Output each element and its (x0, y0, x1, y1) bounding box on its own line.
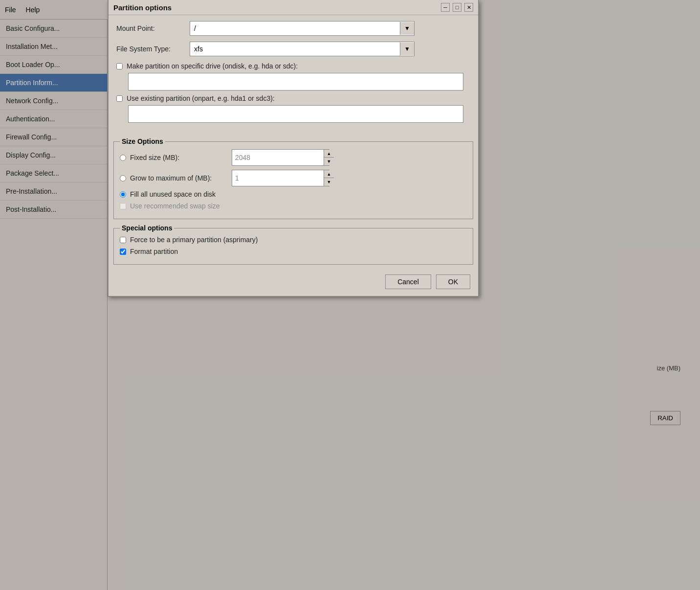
filesystem-type-input[interactable] (190, 42, 400, 56)
filesystem-type-select-wrap: ▼ (190, 42, 415, 56)
swap-size-row: Use recommended swap size (120, 202, 467, 210)
swap-size-label: Use recommended swap size (130, 202, 220, 210)
asprimary-label: Force to be a primary partition (asprima… (130, 236, 258, 244)
close-button[interactable]: ✕ (464, 3, 473, 12)
mount-point-row: Mount Point: ▼ (116, 21, 470, 36)
fixed-size-spin-down[interactable]: ▼ (324, 158, 334, 165)
ok-button[interactable]: OK (436, 274, 470, 289)
special-options-legend: Special options (120, 224, 174, 232)
specific-drive-input[interactable] (128, 73, 463, 91)
existing-partition-checkbox[interactable] (116, 95, 123, 102)
asprimary-row: Force to be a primary partition (asprima… (120, 236, 467, 244)
mount-point-input[interactable] (190, 22, 400, 35)
maximize-button[interactable]: □ (453, 3, 461, 12)
size-options-fieldset: Size Options Fixed size (MB): ▲ ▼ Grow t… (113, 137, 473, 219)
size-options-legend: Size Options (120, 137, 165, 145)
existing-partition-input[interactable] (128, 105, 463, 123)
mount-point-select-wrap: ▼ (190, 21, 415, 36)
grow-max-row: Grow to maximum of (MB): ▲ ▼ (120, 170, 467, 186)
grow-max-label: Grow to maximum of (MB): (130, 174, 228, 182)
minimize-button[interactable]: ─ (441, 3, 450, 12)
mount-point-label: Mount Point: (116, 24, 185, 32)
existing-partition-row: Use existing partition (onpart, e.g. hda… (116, 94, 470, 102)
specific-drive-checkbox[interactable] (116, 63, 123, 69)
grow-max-spin-buttons: ▲ ▼ (324, 170, 334, 186)
fixed-size-input[interactable] (232, 152, 324, 163)
partition-options-dialog: Partition options ─ □ ✕ Mount Point: ▼ F… (108, 0, 479, 297)
dialog-footer: Cancel OK (109, 270, 478, 296)
specific-drive-row: Make partition on specific drive (ondisk… (116, 62, 470, 70)
format-partition-row: Format partition (120, 248, 467, 255)
fill-unused-label: Fill all unused space on disk (130, 190, 228, 198)
fixed-size-spin-buttons: ▲ ▼ (324, 150, 334, 165)
fixed-size-radio[interactable] (120, 155, 126, 161)
mount-point-dropdown-arrow[interactable]: ▼ (400, 22, 414, 35)
dialog-title: Partition options (113, 3, 172, 12)
mount-point-section: Mount Point: ▼ File System Type: ▼ Make … (109, 15, 478, 133)
fill-unused-row: Fill all unused space on disk (120, 190, 467, 198)
grow-max-spin-down[interactable]: ▼ (324, 178, 334, 186)
grow-max-spinbox: ▲ ▼ (232, 170, 329, 186)
specific-drive-label: Make partition on specific drive (ondisk… (127, 62, 298, 70)
grow-max-radio[interactable] (120, 175, 126, 182)
fixed-size-row: Fixed size (MB): ▲ ▼ (120, 149, 467, 166)
swap-size-checkbox[interactable] (120, 203, 126, 209)
format-partition-checkbox[interactable] (120, 249, 126, 255)
fixed-size-spinbox: ▲ ▼ (232, 149, 329, 166)
filesystem-type-dropdown-arrow[interactable]: ▼ (400, 43, 414, 55)
fixed-size-label: Fixed size (MB): (130, 154, 228, 161)
fill-unused-radio[interactable] (120, 191, 126, 198)
grow-max-input[interactable] (232, 172, 324, 184)
grow-max-spin-up[interactable]: ▲ (324, 170, 334, 178)
cancel-button[interactable]: Cancel (385, 274, 431, 289)
dialog-title-bar: Partition options ─ □ ✕ (109, 0, 478, 15)
filesystem-type-row: File System Type: ▼ (116, 42, 470, 56)
format-partition-label: Format partition (130, 248, 178, 255)
fixed-size-spin-up[interactable]: ▲ (324, 150, 334, 158)
title-bar-buttons: ─ □ ✕ (441, 3, 473, 12)
special-options-fieldset: Special options Force to be a primary pa… (113, 224, 473, 265)
existing-partition-label: Use existing partition (onpart, e.g. hda… (127, 94, 275, 102)
asprimary-checkbox[interactable] (120, 237, 126, 243)
filesystem-type-label: File System Type: (116, 45, 185, 53)
